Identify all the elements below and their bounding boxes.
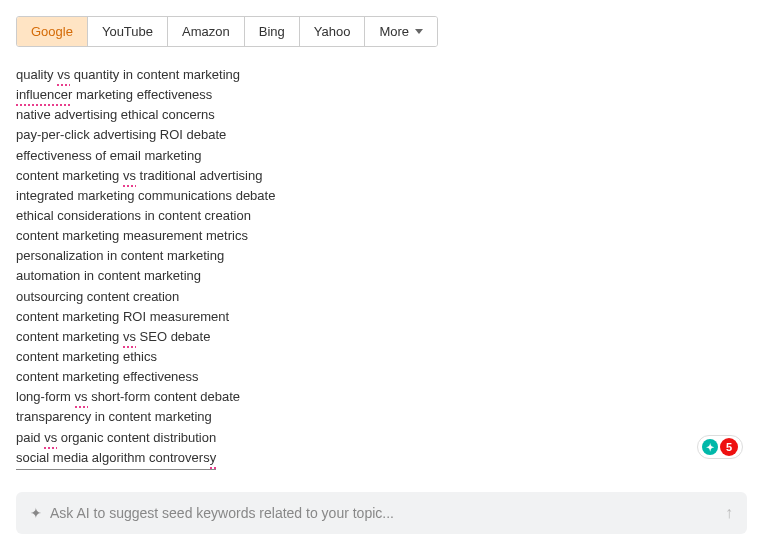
tab-google[interactable]: Google	[17, 17, 88, 46]
tab-yahoo[interactable]: Yahoo	[300, 17, 366, 46]
list-item: personalization in content marketing	[16, 246, 747, 266]
list-item: pay-per-click advertising ROI debate	[16, 125, 747, 145]
list-item: ethical considerations in content creati…	[16, 206, 747, 226]
list-item: content marketing measurement metrics	[16, 226, 747, 246]
tab-more-label: More	[379, 24, 409, 39]
keyword-list[interactable]: quality vs quantity in content marketing…	[16, 65, 747, 470]
list-item: content marketing vs SEO debate	[16, 327, 747, 347]
submit-arrow-icon[interactable]: ↑	[725, 504, 733, 522]
list-item: social media algorithm controversy	[16, 448, 747, 470]
list-item: automation in content marketing	[16, 266, 747, 286]
floating-badge-pill[interactable]: ✦ 5	[697, 435, 743, 459]
list-item: paid vs organic content distribution	[16, 428, 747, 448]
badge-count: 5	[720, 438, 738, 456]
chevron-down-icon	[415, 29, 423, 34]
list-item: integrated marketing communications deba…	[16, 186, 747, 206]
ai-input[interactable]: Ask AI to suggest seed keywords related …	[50, 505, 717, 521]
search-engine-tabs: Google YouTube Amazon Bing Yahoo More	[16, 16, 438, 47]
list-item: content marketing vs traditional adverti…	[16, 166, 747, 186]
list-item: content marketing effectiveness	[16, 367, 747, 387]
list-item: quality vs quantity in content marketing	[16, 65, 747, 85]
list-item: native advertising ethical concerns	[16, 105, 747, 125]
list-item: long-form vs short-form content debate	[16, 387, 747, 407]
list-item: influencer marketing effectiveness	[16, 85, 747, 105]
list-item: outsourcing content creation	[16, 287, 747, 307]
sparkle-icon: ✦	[30, 505, 42, 521]
tab-amazon[interactable]: Amazon	[168, 17, 245, 46]
list-item: content marketing ROI measurement	[16, 307, 747, 327]
list-item: content marketing ethics	[16, 347, 747, 367]
ai-suggest-row: ✦ Ask AI to suggest seed keywords relate…	[16, 492, 747, 534]
tab-bing[interactable]: Bing	[245, 17, 300, 46]
list-item: effectiveness of email marketing	[16, 146, 747, 166]
list-item: transparency in content marketing	[16, 407, 747, 427]
badge-teal-icon: ✦	[702, 439, 718, 455]
tab-more[interactable]: More	[365, 17, 437, 46]
tab-youtube[interactable]: YouTube	[88, 17, 168, 46]
